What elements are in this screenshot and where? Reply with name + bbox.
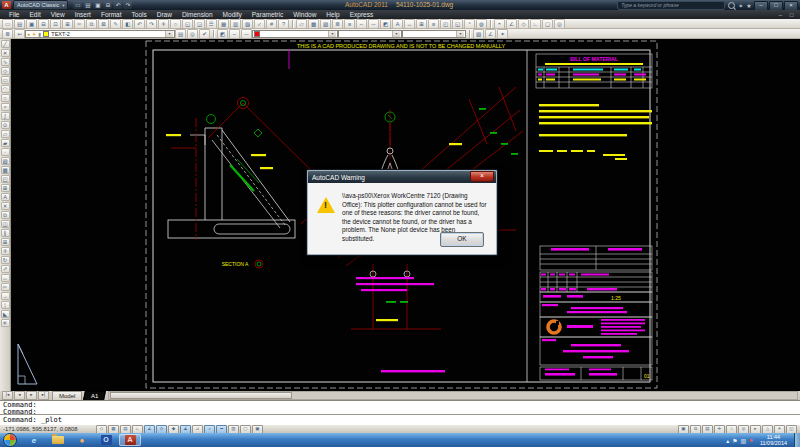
qat-save-icon[interactable]: ▣ <box>93 1 102 9</box>
xref-icon[interactable]: ▩ <box>308 19 319 29</box>
polygon-icon[interactable]: ◇ <box>1 67 10 75</box>
tray-expand-icon[interactable]: ▴ <box>726 437 729 444</box>
layer-states-icon[interactable]: ≡ <box>344 19 355 29</box>
plot-style-icon[interactable]: ▨ <box>473 29 484 39</box>
copy-icon[interactable]: ⧉ <box>86 19 97 29</box>
chamfer-icon[interactable]: ◣ <box>1 310 10 318</box>
workspace-settings-icon[interactable]: ✶ <box>497 29 508 39</box>
make-block-icon[interactable]: ▰ <box>1 139 10 147</box>
plot-preview-icon[interactable]: ⊡ <box>50 19 61 29</box>
hatch-icon[interactable]: ▨ <box>1 157 10 165</box>
move-icon[interactable]: ✛ <box>1 247 10 255</box>
block-editor-icon[interactable]: ◧ <box>122 19 133 29</box>
table-style-icon[interactable]: ⊞ <box>416 19 427 29</box>
tab-layout-a1[interactable]: A1 <box>83 391 106 400</box>
text-style-icon[interactable]: A <box>392 19 403 29</box>
group-icon[interactable]: ◰ <box>440 19 451 29</box>
doc-restore-button[interactable]: □ <box>787 11 796 19</box>
paste-icon[interactable]: ⊠ <box>98 19 109 29</box>
tab-model[interactable]: Model <box>52 391 82 400</box>
insert-block-icon[interactable]: ▱ <box>296 19 307 29</box>
ungroup-icon[interactable]: ◱ <box>452 19 463 29</box>
scale-icon[interactable]: ⇗ <box>1 265 10 273</box>
tab-prev-button[interactable]: ◂ <box>14 391 25 400</box>
taskbar-internet-explorer[interactable]: e <box>23 434 45 446</box>
layer-dropdown[interactable]: ● ☀ ▮ TEXT-2 ▾ <box>25 30 175 38</box>
chevron-down-icon[interactable]: ▾ <box>392 31 400 37</box>
qnew-icon[interactable]: ▭ <box>2 19 13 29</box>
construction-line-icon[interactable]: ✕ <box>1 49 10 57</box>
table-icon[interactable]: ⊞ <box>1 184 10 192</box>
mline-style-icon[interactable]: ≡ <box>428 19 439 29</box>
taskbar-explorer[interactable] <box>47 434 69 446</box>
line-icon[interactable]: ╱ <box>1 40 10 48</box>
doc-minimize-button[interactable]: – <box>776 11 785 19</box>
sheet-set-manager-icon[interactable]: ▧ <box>242 19 253 29</box>
tray-alert-icon[interactable]: ● <box>749 437 753 443</box>
favorites-icon[interactable]: ★ <box>746 2 751 10</box>
ok-button[interactable]: OK <box>440 232 484 247</box>
taskbar-outlook[interactable]: O <box>95 434 117 446</box>
layer-previous-icon[interactable]: ↩ <box>14 29 25 39</box>
tray-network-icon[interactable]: ▥ <box>741 437 747 444</box>
draworder-icon[interactable]: ◓ <box>494 19 505 29</box>
taskbar-media[interactable]: ● <box>71 434 93 446</box>
tool-palettes-icon[interactable]: ▥ <box>230 19 241 29</box>
qat-redo-icon[interactable]: ↷ <box>123 1 132 9</box>
lineweight-icon[interactable]: ─ <box>368 19 379 29</box>
chevron-down-icon[interactable]: ▾ <box>456 31 464 37</box>
show-desktop-button[interactable] <box>794 433 800 447</box>
measure-icon[interactable]: ∠ <box>506 19 517 29</box>
tray-flag-icon[interactable]: ⚑ <box>732 437 737 444</box>
extend-icon[interactable]: → <box>1 292 10 300</box>
copy-tool-icon[interactable]: ⧉ <box>1 211 10 219</box>
erase-icon[interactable]: ✕ <box>1 202 10 210</box>
units-icon[interactable]: ° <box>464 19 475 29</box>
revcloud-icon[interactable]: ≈ <box>1 103 10 111</box>
undo-icon[interactable]: ↶ <box>134 19 145 29</box>
qat-new-icon[interactable]: ▭ <box>73 1 82 9</box>
search-input[interactable]: Type a keyword or phrase <box>617 1 725 10</box>
annotation-scale-icon[interactable]: ∠ <box>485 29 496 39</box>
save-icon[interactable]: ▣ <box>26 19 37 29</box>
properties-icon[interactable]: ☰ <box>206 19 217 29</box>
region-icon[interactable]: ◰ <box>1 175 10 183</box>
markup-set-manager-icon[interactable]: ✓ <box>254 19 265 29</box>
redo-icon[interactable]: ↷ <box>146 19 157 29</box>
color-icon[interactable]: ◩ <box>380 19 391 29</box>
cut-icon[interactable]: ✂ <box>74 19 85 29</box>
mirror-icon[interactable]: ◫ <box>1 220 10 228</box>
horizontal-scrollbar[interactable] <box>108 391 798 400</box>
break-icon[interactable]: ¦ <box>1 301 10 309</box>
communication-center-icon[interactable]: ✶ <box>738 2 743 10</box>
pan-icon[interactable]: ✛ <box>158 19 169 29</box>
offset-icon[interactable]: ∥ <box>1 229 10 237</box>
dialog-title-bar[interactable]: AutoCAD Warning × <box>308 171 496 183</box>
explode-icon[interactable]: ✳ <box>1 319 10 327</box>
search-icon[interactable] <box>728 2 735 9</box>
lineweight-control-dropdown[interactable]: ▾ <box>402 30 466 38</box>
layer-control-icon[interactable]: ≣ <box>332 19 343 29</box>
coordinate-display[interactable]: -171.0986, 595.8137, 0.0808 <box>3 426 95 432</box>
point-icon[interactable]: · <box>1 148 10 156</box>
arc-icon[interactable]: ◠ <box>1 85 10 93</box>
workspace-dropdown[interactable]: AutoCAD Classic ▾ <box>13 0 68 10</box>
open-icon[interactable]: ▤ <box>14 19 25 29</box>
zoom-realtime-icon[interactable]: ○ <box>170 19 181 29</box>
ellipse-icon[interactable]: ⊙ <box>1 121 10 129</box>
dialog-close-button[interactable]: × <box>470 171 494 182</box>
qat-undo-icon[interactable]: ↶ <box>113 1 122 9</box>
taskbar-autocad[interactable]: A <box>119 434 141 446</box>
match-properties-icon[interactable]: ✎ <box>110 19 121 29</box>
gradient-icon[interactable]: ▩ <box>1 166 10 174</box>
zoom-window-icon[interactable]: ◱ <box>182 19 193 29</box>
stretch-icon[interactable]: ↔ <box>1 274 10 282</box>
color-control-icon[interactable]: ◩ <box>217 29 228 39</box>
help-button-icon[interactable]: ? <box>278 19 289 29</box>
publish-icon[interactable]: ⊞ <box>62 19 73 29</box>
linetype-control-dropdown[interactable]: ▾ <box>338 30 402 38</box>
rotate-icon[interactable]: ↻ <box>1 256 10 264</box>
qat-open-icon[interactable]: ▤ <box>83 1 92 9</box>
autocad-app-icon[interactable]: A <box>2 1 11 9</box>
lineweight-control-icon[interactable]: ─ <box>241 29 252 39</box>
